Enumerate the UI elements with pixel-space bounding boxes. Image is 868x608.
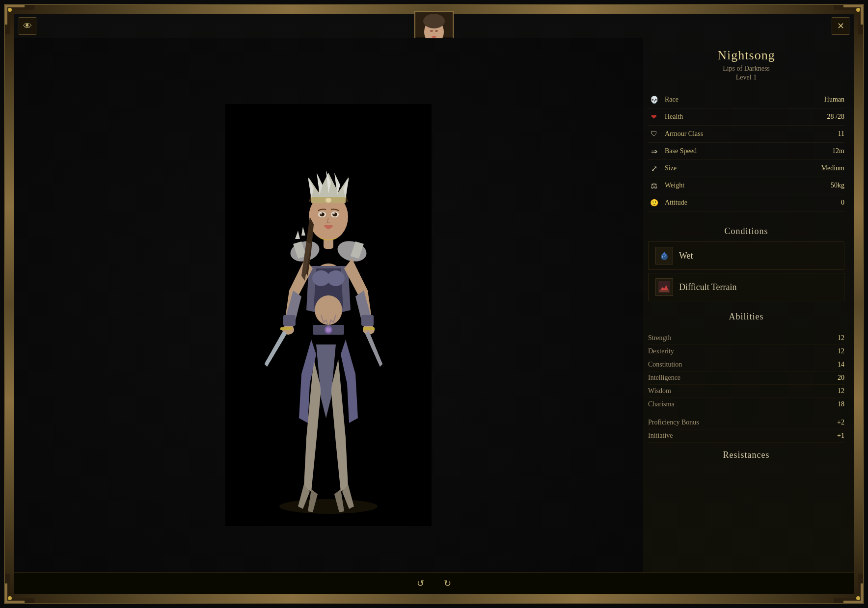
stat-row-speed: ⇒ Base Speed 12m: [648, 143, 844, 160]
ability-name-prof: Proficiency Bonus: [648, 419, 699, 426]
svg-point-3: [856, 596, 860, 600]
svg-point-10: [433, 33, 435, 35]
svg-rect-42: [361, 315, 374, 326]
close-button[interactable]: ✕: [832, 17, 849, 35]
content-area: 👁: [14, 14, 854, 594]
svg-point-40: [333, 212, 335, 214]
stat-value-race: Human: [824, 96, 844, 104]
svg-point-9: [435, 30, 438, 32]
condition-name-difficult-terrain: Difficult Terrain: [679, 282, 737, 292]
wet-icon: [655, 247, 673, 264]
svg-rect-41: [283, 315, 296, 326]
stat-row: 💀 Race Human: [648, 91, 844, 108]
right-border: [854, 14, 863, 594]
stat-name-size: Size: [665, 164, 821, 172]
condition-item-difficult-terrain[interactable]: Difficult Terrain: [648, 273, 844, 301]
character-name: Nightsong: [648, 48, 844, 63]
main-content: Nightsong Lips of Darkness Level 1 💀 Rac…: [14, 38, 854, 572]
stat-value-attitude: 0: [841, 199, 844, 207]
character-view: [14, 38, 643, 572]
ability-value-str: 12: [838, 334, 844, 342]
ability-row-str: Strength 12: [648, 332, 844, 345]
svg-point-0: [8, 8, 12, 12]
condition-name-wet: Wet: [679, 251, 693, 261]
top-bar: 👁: [14, 14, 854, 38]
size-icon: ⤢: [648, 162, 660, 174]
ability-name-wis: Wisdom: [648, 387, 671, 395]
stat-name-health: Health: [665, 113, 827, 121]
outer-frame: 👁: [4, 4, 864, 604]
stat-value-speed: 12m: [832, 147, 844, 155]
ability-row-init: Initiative +1: [648, 429, 844, 443]
ability-row-con: Constitution 14: [648, 358, 844, 371]
ability-row-int: Intelligence 20: [648, 371, 844, 385]
ability-value-con: 14: [838, 361, 844, 369]
stat-value-size: Medium: [821, 164, 844, 172]
ability-value-prof: +2: [837, 419, 844, 426]
right-panel: Nightsong Lips of Darkness Level 1 💀 Rac…: [643, 38, 854, 572]
svg-point-21: [315, 295, 342, 325]
abilities-heading: Abilities: [648, 312, 844, 322]
left-border: [5, 14, 14, 594]
ability-spacer: [648, 411, 844, 416]
stat-value-weight: 50kg: [831, 182, 844, 189]
eye-button[interactable]: 👁: [19, 17, 36, 35]
svg-point-17: [279, 499, 378, 514]
character-model: [225, 104, 432, 526]
stats-section: 💀 Race Human ❤ Health 28 /28 🛡 Armour Cl…: [648, 91, 844, 211]
stat-name-race: Race: [665, 96, 824, 104]
skull-icon: 💀: [648, 94, 660, 106]
stat-row-size: ⤢ Size Medium: [648, 160, 844, 177]
ability-row-dex: Dexterity 12: [648, 345, 844, 358]
svg-point-2: [8, 596, 12, 600]
character-subtitle: Lips of Darkness: [648, 65, 844, 73]
resistances-heading: Resistances: [648, 450, 844, 460]
nav-forward-button[interactable]: ↻: [439, 576, 456, 591]
weight-icon: ⚖: [648, 180, 660, 191]
character-figure: [220, 84, 436, 526]
condition-item-wet[interactable]: Wet: [648, 241, 844, 270]
difficult-terrain-icon: [655, 278, 673, 296]
svg-point-11: [432, 36, 436, 38]
svg-point-34: [326, 198, 331, 203]
svg-rect-28: [280, 327, 292, 330]
ability-value-cha: 18: [838, 400, 844, 408]
stat-row-attitude: 🙂 Attitude 0: [648, 194, 844, 211]
bottom-nav: ↺ ↻: [14, 572, 854, 594]
ability-name-dex: Dexterity: [648, 347, 674, 355]
attitude-icon: 🙂: [648, 197, 660, 209]
svg-point-39: [320, 212, 322, 214]
stat-row-health: ❤ Health 28 /28: [648, 108, 844, 126]
ability-name-con: Constitution: [648, 361, 682, 369]
ability-value-init: +1: [837, 432, 844, 440]
conditions-heading: Conditions: [648, 226, 844, 237]
ability-row-cha: Charisma 18: [648, 398, 844, 411]
bottom-border: [5, 594, 863, 603]
ability-name-int: Intelligence: [648, 374, 680, 382]
ability-name-cha: Charisma: [648, 400, 675, 408]
ability-value-dex: 12: [838, 347, 844, 355]
ability-row-prof: Proficiency Bonus +2: [648, 416, 844, 429]
stat-name-speed: Base Speed: [665, 147, 832, 155]
conditions-list: Wet Difficult Terrain: [648, 241, 844, 304]
stat-row-weight: ⚖ Weight 50kg: [648, 177, 844, 194]
ability-value-int: 20: [838, 374, 844, 382]
heart-icon: ❤: [648, 111, 660, 123]
difficult-terrain-svg: [658, 281, 670, 293]
svg-point-7: [423, 14, 445, 28]
stat-value-armour: 11: [838, 130, 844, 138]
character-header: Nightsong Lips of Darkness Level 1: [648, 48, 844, 81]
eye-icon: 👁: [23, 21, 32, 31]
wet-svg: [658, 250, 670, 262]
stat-row-armour: 🛡 Armour Class 11: [648, 126, 844, 143]
nav-back-button[interactable]: ↺: [412, 576, 429, 591]
svg-point-20: [327, 270, 345, 286]
abilities-section: Strength 12 Dexterity 12 Constitution 14…: [648, 332, 844, 443]
svg-point-1: [856, 8, 860, 12]
stat-name-attitude: Attitude: [665, 199, 841, 207]
ability-name-str: Strength: [648, 334, 671, 342]
ability-value-wis: 12: [838, 387, 844, 395]
stat-value-health: 28 /28: [827, 113, 844, 121]
character-level: Level 1: [648, 74, 844, 81]
stat-name-weight: Weight: [665, 182, 831, 189]
